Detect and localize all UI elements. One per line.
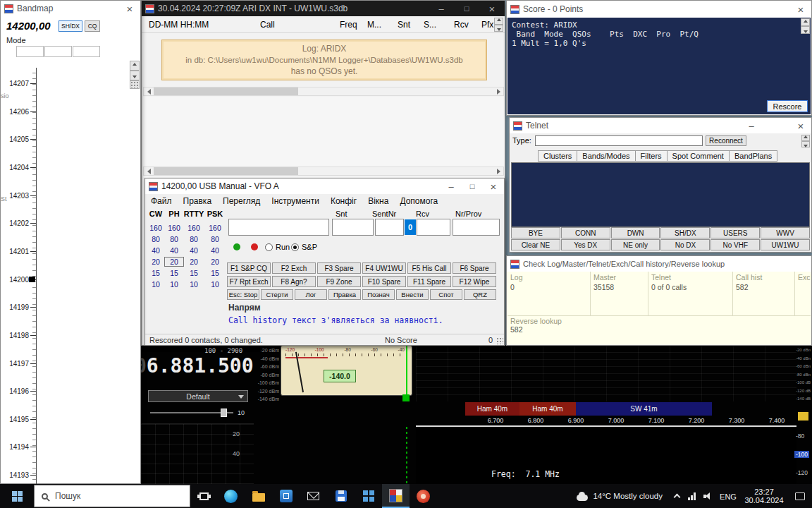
horizontal-scrollbar[interactable] — [143, 167, 504, 176]
mark-button[interactable]: Познач — [362, 289, 395, 300]
close-button[interactable] — [790, 1, 811, 18]
task-view-button[interactable] — [190, 484, 217, 508]
fkey-button[interactable]: F3 Spare — [317, 262, 361, 274]
band-cell[interactable]: 40 — [206, 246, 224, 255]
shdx-button[interactable]: SH/DX — [59, 20, 82, 32]
close-button[interactable] — [483, 179, 504, 194]
clock[interactable]: 23:27 30.04.2024 — [740, 488, 788, 504]
tune-line-marker[interactable] — [402, 394, 410, 401]
slider-thumb[interactable] — [221, 409, 227, 417]
band-cell[interactable]: 20 — [147, 258, 165, 266]
resize-grip[interactable] — [496, 337, 503, 344]
scroll-left-arrow[interactable] — [144, 167, 154, 175]
esc-stop-button[interactable]: Esc: Stop — [227, 289, 259, 300]
bye-button[interactable]: BYE — [511, 227, 560, 238]
band-cell[interactable]: 10 — [165, 280, 183, 289]
tab-bands-modes[interactable]: Bands/Modes — [577, 150, 635, 162]
shdx-button[interactable]: SH/DX — [660, 227, 710, 238]
band-cell[interactable]: 15 — [147, 269, 165, 277]
fkey-button[interactable]: F7 Rpt Exch — [227, 276, 271, 287]
band-cell[interactable]: 80 — [206, 235, 224, 243]
dwn-button[interactable]: DWN — [611, 227, 660, 238]
menu-window[interactable]: Вікна — [362, 195, 394, 207]
telnet-spinner[interactable] — [801, 135, 810, 147]
telnet-type-input[interactable] — [535, 135, 703, 146]
band-cell[interactable]: 80 — [183, 235, 204, 243]
fkey-button[interactable]: F4 UW1WU — [362, 262, 406, 274]
horizontal-scrollbar[interactable] — [143, 87, 504, 96]
fkey-button[interactable]: F5 His Call — [407, 262, 451, 274]
scroll-right-arrow[interactable] — [493, 167, 503, 175]
close-button[interactable] — [479, 1, 505, 16]
tab-filters[interactable]: Filters — [636, 150, 668, 162]
fkey-button[interactable]: F12 Wipe — [453, 276, 496, 287]
wipe-button[interactable]: Стерти — [261, 289, 293, 300]
minimize-button[interactable] — [741, 118, 762, 133]
preset-dropdown[interactable]: Default — [148, 390, 248, 402]
spot-button[interactable]: Спот — [430, 289, 462, 300]
rescore-button[interactable]: Rescore — [767, 100, 808, 112]
taskbar-app-explorer[interactable] — [245, 484, 272, 508]
band-cell[interactable]: 15 — [206, 269, 224, 277]
band-cell-selected[interactable]: 20 — [165, 258, 183, 266]
band-bar[interactable]: Ham 40m — [465, 402, 519, 416]
band-cell[interactable]: 10 — [206, 280, 224, 289]
menu-file[interactable]: Файл — [145, 195, 178, 207]
band-bar[interactable]: SW 41m — [576, 402, 712, 416]
language-indicator[interactable]: ENG — [716, 490, 740, 502]
taskbar-app-red[interactable] — [410, 484, 437, 508]
band-cell[interactable]: 160 — [165, 224, 183, 232]
volume-button[interactable] — [699, 492, 716, 500]
taskbar-app-n1mm[interactable] — [382, 484, 410, 508]
band-cell[interactable]: 80 — [147, 235, 165, 243]
mode-box[interactable] — [16, 46, 44, 57]
ne-only-button[interactable]: NE only — [611, 239, 660, 250]
band-cell[interactable]: 160 — [147, 224, 165, 232]
sdr-frequency-display[interactable]: 06.881.500 — [141, 354, 254, 377]
wwv-button[interactable]: WWV — [761, 227, 810, 238]
menu-edit[interactable]: Правка — [178, 195, 218, 207]
scroll-thumb[interactable] — [154, 167, 298, 175]
log-spinner[interactable] — [494, 18, 503, 32]
scroll-left-arrow[interactable] — [144, 87, 154, 95]
waterfall-scale-thumb[interactable] — [798, 412, 808, 421]
fkey-button[interactable]: F8 Agn? — [272, 276, 316, 287]
run-radio[interactable]: Run — [265, 243, 290, 251]
no-dx-button[interactable]: No DX — [660, 239, 710, 250]
sdr-slider[interactable] — [150, 408, 233, 418]
menu-tools[interactable]: Інструменти — [266, 195, 325, 207]
tab-bandplans[interactable]: BandPlans — [730, 150, 777, 162]
tab-clusters[interactable]: Clusters — [538, 150, 577, 162]
menu-config[interactable]: Конфіг — [325, 195, 362, 207]
sentnr-field[interactable] — [375, 219, 404, 236]
taskbar-app-tiles[interactable] — [355, 484, 382, 508]
yes-dx-button[interactable]: Yes DX — [561, 239, 610, 250]
sentnr-selected-value[interactable]: 0 — [405, 219, 416, 235]
spectrum-display[interactable] — [416, 345, 796, 401]
sp-radio[interactable]: S&P — [291, 243, 317, 251]
reconnect-button[interactable]: Reconnect — [706, 135, 746, 146]
band-cell[interactable]: 10 — [147, 280, 165, 289]
telnet-output[interactable] — [511, 162, 810, 227]
band-cell[interactable]: 160 — [183, 224, 204, 232]
menu-view[interactable]: Перегляд — [217, 195, 266, 207]
store-button[interactable]: Внести — [396, 289, 429, 300]
mode-box[interactable] — [44, 46, 72, 57]
fkey-button[interactable]: F9 Zone — [317, 276, 361, 287]
edit-button[interactable]: Правка — [328, 289, 361, 300]
scroll-thumb[interactable] — [154, 87, 298, 95]
score-spinner[interactable] — [801, 18, 810, 34]
band-bar[interactable]: Ham 40m — [519, 402, 576, 416]
mycall-button[interactable]: UW1WU — [761, 239, 810, 250]
mode-box[interactable] — [73, 46, 100, 57]
band-cell[interactable]: 40 — [165, 246, 183, 255]
cq-button[interactable]: CQ — [85, 20, 100, 32]
taskbar-app-mail[interactable] — [300, 484, 327, 508]
clear-ne-button[interactable]: Clear NE — [511, 239, 560, 250]
taskbar-app-save[interactable] — [327, 484, 355, 508]
tab-spot-comment[interactable]: Spot Comment — [668, 150, 730, 162]
users-button[interactable]: USERS — [710, 227, 760, 238]
no-vhf-button[interactable]: No VHF — [710, 239, 760, 250]
maximize-button[interactable] — [454, 1, 479, 16]
band-cell[interactable]: 40 — [183, 246, 204, 255]
